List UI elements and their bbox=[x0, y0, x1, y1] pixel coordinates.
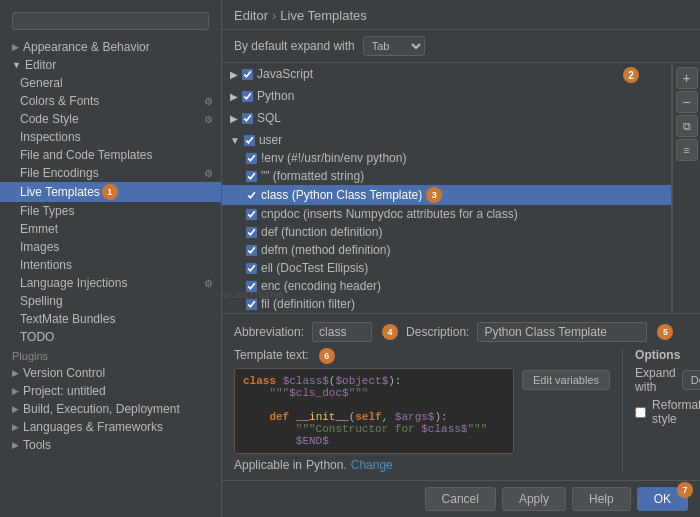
template-item-lenv[interactable]: !env (#!/usr/bin/env python) bbox=[222, 149, 671, 167]
item-checkbox-fstr[interactable] bbox=[246, 171, 257, 182]
template-item-defm[interactable]: defm (method definition) bbox=[222, 241, 671, 259]
applicable-row: Applicable in Python. Change bbox=[234, 458, 610, 472]
template-text-section: Template text: 6 class $class$($object$)… bbox=[234, 348, 688, 472]
sidebar-item-label: Tools bbox=[23, 438, 51, 452]
arrow-icon: ▶ bbox=[12, 368, 19, 378]
sidebar-item-textmate[interactable]: TextMate Bundles bbox=[0, 310, 221, 328]
group-checkbox-sql[interactable] bbox=[242, 113, 253, 124]
sidebar-item-label: Project: untitled bbox=[23, 384, 106, 398]
sidebar-item-editor[interactable]: ▼ Editor bbox=[0, 56, 221, 74]
item-label-fstr: "" (formatted string) bbox=[261, 169, 364, 183]
sidebar-item-colors-fonts[interactable]: Colors & Fonts ⚙ bbox=[0, 92, 221, 110]
template-details-panel: Abbreviation: 4 Description: 5 Template … bbox=[222, 313, 700, 480]
options-panel: Options Expand with Default (Tab) Tab En… bbox=[622, 348, 700, 472]
reformat-row: Reformat according to style bbox=[635, 398, 700, 426]
cancel-button[interactable]: Cancel bbox=[425, 487, 496, 511]
edit-variables-button[interactable]: Edit variables bbox=[522, 370, 610, 390]
expand-select[interactable]: Tab Enter Space bbox=[363, 36, 425, 56]
sidebar-item-tools[interactable]: ▶ Tools bbox=[0, 436, 221, 454]
settings-sidebar: ▶ Appearance & Behavior ▼ Editor General… bbox=[0, 0, 222, 517]
template-item-ell[interactable]: ell (DocTest Ellipsis) bbox=[222, 259, 671, 277]
settings-icon: ⚙ bbox=[204, 114, 213, 125]
item-checkbox-def[interactable] bbox=[246, 227, 257, 238]
group-header-python[interactable]: ▶ Python bbox=[222, 87, 671, 105]
sidebar-item-code-style[interactable]: Code Style ⚙ bbox=[0, 110, 221, 128]
sidebar-item-emmet[interactable]: Emmet bbox=[0, 220, 221, 238]
description-input[interactable] bbox=[477, 322, 647, 342]
template-item-fstr[interactable]: "" (formatted string) bbox=[222, 167, 671, 185]
options-header: Options bbox=[635, 348, 700, 362]
page-header: Editor › Live Templates bbox=[222, 0, 700, 30]
template-item-fil[interactable]: fil (definition filter) bbox=[222, 295, 671, 313]
badge-7: 7 bbox=[677, 482, 693, 498]
sidebar-item-label: Language Injections bbox=[20, 276, 127, 290]
template-item-def[interactable]: def (function definition) bbox=[222, 223, 671, 241]
item-label-cnpdoc: cnpdoc (inserts Numpydoc attributes for … bbox=[261, 207, 518, 221]
group-checkbox-python[interactable] bbox=[242, 91, 253, 102]
group-checkbox-javascript[interactable] bbox=[242, 69, 253, 80]
sidebar-item-label: Appearance & Behavior bbox=[23, 40, 150, 54]
group-python: ▶ Python bbox=[222, 85, 671, 107]
template-item-enc[interactable]: enc (encoding header) http://www.zhetao.… bbox=[222, 277, 671, 295]
sidebar-item-general[interactable]: General bbox=[0, 74, 221, 92]
template-item-cnpdoc[interactable]: cnpdoc (inserts Numpydoc attributes for … bbox=[222, 205, 671, 223]
copy-template-button[interactable]: ⧉ bbox=[676, 115, 698, 137]
settings-icon: ⚙ bbox=[204, 168, 213, 179]
sidebar-item-spelling[interactable]: Spelling bbox=[0, 292, 221, 310]
breadcrumb-separator: › bbox=[272, 8, 276, 23]
remove-template-button[interactable]: − bbox=[676, 91, 698, 113]
abbreviation-input[interactable] bbox=[312, 322, 372, 342]
expand-with-label: Expand with bbox=[635, 366, 676, 394]
sidebar-item-images[interactable]: Images bbox=[0, 238, 221, 256]
item-checkbox-lenv[interactable] bbox=[246, 153, 257, 164]
sidebar-item-appearance[interactable]: ▶ Appearance & Behavior bbox=[0, 38, 221, 56]
sidebar-item-file-code-templates[interactable]: File and Code Templates bbox=[0, 146, 221, 164]
move-template-button[interactable]: ≡ bbox=[676, 139, 698, 161]
sidebar-item-label: Colors & Fonts bbox=[20, 94, 99, 108]
sidebar-item-intentions[interactable]: Intentions bbox=[0, 256, 221, 274]
item-label-ell: ell (DocTest Ellipsis) bbox=[261, 261, 368, 275]
reformat-checkbox[interactable] bbox=[635, 407, 646, 418]
expand-row: Expand with Default (Tab) Tab Enter Spac… bbox=[635, 366, 700, 394]
arrow-icon: ▶ bbox=[12, 386, 19, 396]
item-checkbox-enc[interactable] bbox=[246, 281, 257, 292]
add-template-button[interactable]: + bbox=[676, 67, 698, 89]
group-checkbox-user[interactable] bbox=[244, 135, 255, 146]
ok-button[interactable]: OK 7 bbox=[637, 487, 688, 511]
group-javascript: ▶ JavaScript bbox=[222, 63, 671, 85]
sidebar-item-version-control[interactable]: ▶ Version Control bbox=[0, 364, 221, 382]
group-label-user: user bbox=[259, 133, 282, 147]
item-checkbox-class[interactable] bbox=[246, 190, 257, 201]
applicable-change-link[interactable]: Change bbox=[351, 458, 393, 472]
sidebar-item-build[interactable]: ▶ Build, Execution, Deployment bbox=[0, 400, 221, 418]
group-header-user[interactable]: ▼ user bbox=[222, 131, 671, 149]
group-header-javascript[interactable]: ▶ JavaScript bbox=[222, 65, 671, 83]
expand-with-select[interactable]: Default (Tab) Tab Enter Space bbox=[682, 370, 700, 390]
badge-5: 5 bbox=[657, 324, 673, 340]
sidebar-item-file-encodings[interactable]: File Encodings ⚙ bbox=[0, 164, 221, 182]
sidebar-item-languages[interactable]: ▶ Languages & Frameworks bbox=[0, 418, 221, 436]
arrow-icon: ▶ bbox=[12, 440, 19, 450]
code-editor[interactable]: class $class$($object$): """$cls_doc$"""… bbox=[234, 368, 514, 454]
sidebar-item-project[interactable]: ▶ Project: untitled bbox=[0, 382, 221, 400]
sidebar-item-live-templates[interactable]: Live Templates 1 bbox=[0, 182, 221, 202]
sidebar-search-input[interactable] bbox=[12, 12, 209, 30]
code-line-3 bbox=[243, 399, 505, 411]
item-checkbox-fil[interactable] bbox=[246, 299, 257, 310]
help-button[interactable]: Help bbox=[572, 487, 631, 511]
sidebar-item-inspections[interactable]: Inspections bbox=[0, 128, 221, 146]
group-header-sql[interactable]: ▶ SQL bbox=[222, 109, 671, 127]
item-checkbox-defm[interactable] bbox=[246, 245, 257, 256]
sidebar-item-file-types[interactable]: File Types bbox=[0, 202, 221, 220]
template-item-class[interactable]: class (Python Class Template) 3 bbox=[222, 185, 671, 205]
item-label-def: def (function definition) bbox=[261, 225, 382, 239]
item-checkbox-ell[interactable] bbox=[246, 263, 257, 274]
apply-button[interactable]: Apply bbox=[502, 487, 566, 511]
main-content-area: Editor › Live Templates By default expan… bbox=[222, 0, 700, 517]
sidebar-item-todo[interactable]: TODO bbox=[0, 328, 221, 346]
item-checkbox-cnpdoc[interactable] bbox=[246, 209, 257, 220]
sidebar-item-lang-injections[interactable]: Language Injections ⚙ bbox=[0, 274, 221, 292]
applicable-prefix: Applicable in bbox=[234, 458, 302, 472]
code-line-4: def __init__(self, $args$): bbox=[243, 411, 505, 423]
arrow-icon: ▶ bbox=[230, 113, 238, 124]
